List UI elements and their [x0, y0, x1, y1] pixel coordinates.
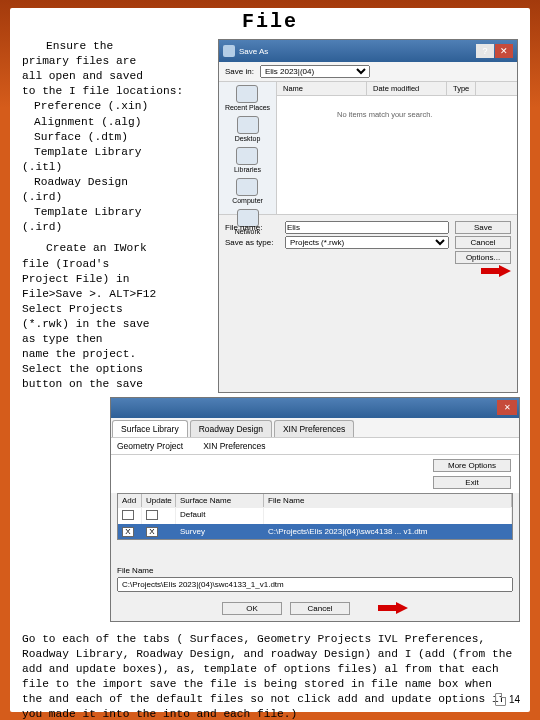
- exit-button[interactable]: Exit: [433, 476, 511, 489]
- page-icon: [495, 693, 506, 706]
- arrow-icon: [481, 265, 511, 277]
- update-checkbox[interactable]: [146, 510, 158, 520]
- add-checkbox[interactable]: [122, 510, 134, 520]
- empty-message: No items match your search.: [277, 96, 517, 119]
- filename-label: File Name: [117, 566, 153, 575]
- sidebar-computer[interactable]: Computer: [232, 178, 263, 204]
- close-button[interactable]: ✕: [497, 400, 517, 415]
- tab-surface[interactable]: Surface Library: [112, 420, 188, 437]
- filename-input[interactable]: [117, 577, 513, 592]
- places-sidebar: Recent Places Desktop Libraries Computer…: [219, 82, 277, 214]
- tab-row: Surface Library Roadway Design XIN Prefe…: [111, 418, 519, 438]
- cancel-button[interactable]: Cancel: [455, 236, 511, 249]
- col-type[interactable]: Type: [447, 82, 476, 95]
- save-in-select[interactable]: Elis 2023|(04): [260, 65, 370, 78]
- surface-grid: Add Update Surface Name File Name Defaul…: [117, 493, 513, 540]
- sidebar-recent[interactable]: Recent Places: [225, 85, 270, 111]
- sidebar-desktop[interactable]: Desktop: [235, 116, 261, 142]
- save-as-dialog: Save As ? ✕ Save in: Elis 2023|(04) Rece…: [218, 39, 518, 393]
- sub-geometry[interactable]: Geometry Project: [117, 441, 183, 451]
- page-title: File: [22, 10, 518, 33]
- close-button[interactable]: ✕: [495, 44, 513, 58]
- save-button[interactable]: Save: [455, 221, 511, 234]
- cancel-button[interactable]: Cancel: [290, 602, 350, 615]
- table-row[interactable]: X X Survey C:\Projects\Elis 2023|(04)\sw…: [118, 524, 512, 539]
- page-number: 14: [495, 693, 520, 706]
- filename-input[interactable]: [285, 221, 449, 234]
- tab-roadway[interactable]: Roadway Design: [190, 420, 272, 437]
- sidebar-libraries[interactable]: Libraries: [234, 147, 261, 173]
- tab-site[interactable]: XIN Preferences: [274, 420, 354, 437]
- options-dialog: ✕ Surface Library Roadway Design XIN Pre…: [110, 397, 520, 622]
- filename-label: File name:: [225, 223, 279, 232]
- bottom-paragraph: Go to each of the tabs ( Surfaces, Geome…: [22, 632, 518, 720]
- help-button[interactable]: ?: [476, 44, 494, 58]
- add-checkbox[interactable]: X: [122, 527, 134, 537]
- sub-xin[interactable]: XIN Preferences: [203, 441, 265, 451]
- more-options-button[interactable]: More Options: [433, 459, 511, 472]
- save-in-label: Save in:: [225, 67, 254, 76]
- col-name[interactable]: Name: [277, 82, 367, 95]
- update-checkbox[interactable]: X: [146, 527, 158, 537]
- type-label: Save as type:: [225, 238, 279, 247]
- type-select[interactable]: Projects (*.rwk): [285, 236, 449, 249]
- col-date[interactable]: Date modified: [367, 82, 447, 95]
- intro-text: Ensure the primary files are all open an…: [22, 39, 210, 393]
- ok-button[interactable]: OK: [222, 602, 282, 615]
- table-row[interactable]: Default: [118, 507, 512, 524]
- save-as-titlebar: Save As ? ✕: [219, 40, 517, 62]
- arrow-icon: [378, 602, 408, 614]
- disk-icon: [223, 45, 235, 57]
- options-button[interactable]: Options...: [455, 251, 511, 264]
